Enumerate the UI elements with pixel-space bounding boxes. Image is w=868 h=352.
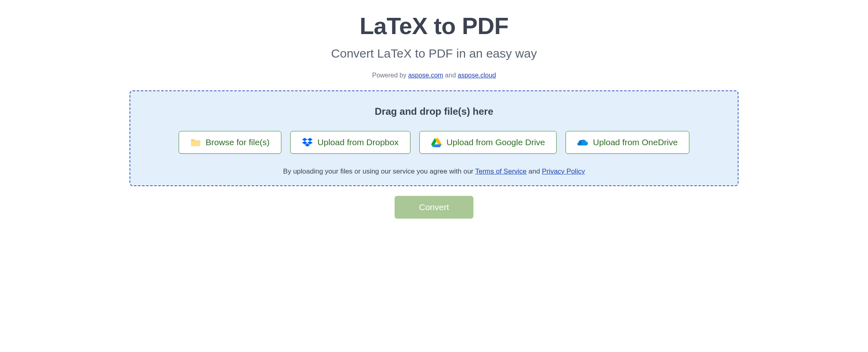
upload-gdrive-button[interactable]: Upload from Google Drive bbox=[419, 131, 557, 154]
powered-prefix: Powered by bbox=[372, 72, 408, 79]
upload-buttons-row: Browse for file(s) Upload from Dropbox bbox=[147, 131, 721, 154]
google-drive-icon bbox=[431, 137, 442, 148]
page-title: LaTeX to PDF bbox=[130, 12, 738, 39]
agreement-mid: and bbox=[527, 167, 542, 175]
browse-files-button[interactable]: Browse for file(s) bbox=[179, 131, 282, 154]
folder-icon bbox=[190, 137, 201, 148]
aspose-com-link[interactable]: aspose.com bbox=[408, 72, 443, 79]
powered-mid: and bbox=[443, 72, 458, 79]
drop-instruction: Drag and drop file(s) here bbox=[147, 106, 721, 117]
convert-button[interactable]: Convert bbox=[395, 196, 473, 219]
agreement-prefix: By uploading your files or using our ser… bbox=[283, 167, 475, 175]
upload-onedrive-button[interactable]: Upload from OneDrive bbox=[566, 131, 689, 154]
powered-by-text: Powered by aspose.com and aspose.cloud bbox=[130, 72, 738, 79]
onedrive-label: Upload from OneDrive bbox=[593, 137, 678, 147]
terms-of-service-link[interactable]: Terms of Service bbox=[475, 167, 527, 175]
svg-marker-0 bbox=[302, 138, 307, 141]
main-container: LaTeX to PDF Convert LaTeX to PDF in an … bbox=[130, 12, 738, 219]
privacy-policy-link[interactable]: Privacy Policy bbox=[542, 167, 585, 175]
svg-marker-1 bbox=[307, 138, 313, 141]
dropbox-label: Upload from Dropbox bbox=[317, 137, 399, 147]
file-dropzone[interactable]: Drag and drop file(s) here Browse for fi… bbox=[130, 90, 738, 186]
browse-label: Browse for file(s) bbox=[206, 137, 270, 147]
page-subtitle: Convert LaTeX to PDF in an easy way bbox=[130, 47, 738, 60]
aspose-cloud-link[interactable]: aspose.cloud bbox=[458, 72, 496, 79]
dropbox-icon bbox=[302, 137, 313, 148]
upload-dropbox-button[interactable]: Upload from Dropbox bbox=[290, 131, 410, 154]
gdrive-label: Upload from Google Drive bbox=[447, 137, 545, 147]
upload-agreement: By uploading your files or using our ser… bbox=[147, 167, 721, 176]
onedrive-icon bbox=[577, 137, 588, 148]
